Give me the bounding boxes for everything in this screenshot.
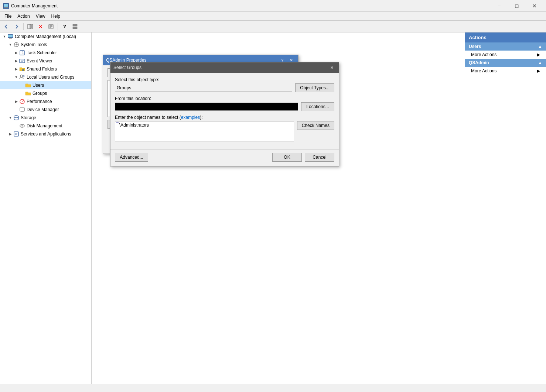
- tree-item-disk-management[interactable]: Disk Management: [0, 122, 91, 130]
- svg-rect-43: [14, 132, 18, 136]
- select-groups-title: Select Groups: [113, 65, 327, 70]
- svg-line-34: [24, 71, 24, 71]
- system-tools-icon: [13, 42, 19, 48]
- expand-performance[interactable]: [13, 99, 19, 104]
- object-type-label: Select this object type:: [115, 77, 334, 82]
- tree-item-storage[interactable]: Storage: [0, 114, 91, 122]
- tree-item-device-manager[interactable]: Device Manager: [0, 106, 91, 114]
- performance-icon: [19, 99, 25, 104]
- window-title: Computer Management: [11, 3, 491, 8]
- action-section-qsadmin-label: QSAdmin: [469, 60, 489, 65]
- center-panel: QSAdmin Properties ? ✕ General Member Of…: [92, 32, 465, 384]
- tree-item-users[interactable]: Users: [0, 81, 91, 89]
- toolbar-sep-2: [58, 23, 58, 30]
- expand-computer-management[interactable]: [1, 34, 7, 39]
- back-button[interactable]: [1, 22, 11, 31]
- tree-item-shared-folders[interactable]: Shared Folders: [0, 65, 91, 73]
- svg-rect-38: [20, 108, 24, 111]
- locations-button[interactable]: Locations...: [301, 102, 334, 111]
- tree-item-event-viewer[interactable]: Event Viewer: [0, 57, 91, 65]
- tree-item-services-and-applications[interactable]: Services and Applications: [0, 130, 91, 138]
- tree-item-local-users-and-groups[interactable]: Local Users and Groups: [0, 73, 91, 81]
- maximize-button[interactable]: □: [508, 1, 525, 11]
- menu-file[interactable]: File: [1, 13, 14, 20]
- menu-view[interactable]: View: [33, 13, 48, 20]
- from-location-label: From this location:: [115, 96, 334, 101]
- tree-item-system-tools[interactable]: System Tools: [0, 41, 91, 49]
- window-controls: − □ ✕: [491, 1, 543, 11]
- check-names-button[interactable]: Check Names: [297, 121, 334, 130]
- select-groups-content: Select this object type: Object Types...…: [110, 73, 339, 149]
- svg-rect-17: [9, 38, 12, 39]
- show-console-tree-button[interactable]: [25, 22, 35, 31]
- disk-management-icon: [19, 123, 25, 129]
- select-groups-title-bar: Select Groups ✕: [110, 62, 339, 73]
- delete-button[interactable]: ✕: [36, 22, 45, 31]
- tree-item-performance[interactable]: Performance: [0, 97, 91, 106]
- select-groups-ok-button[interactable]: OK: [272, 153, 302, 162]
- enter-names-label-text: Enter the object names to select: [115, 115, 178, 120]
- storage-icon: [13, 115, 19, 121]
- toolbar: ✕ ?: [0, 21, 546, 32]
- help-button[interactable]: ?: [60, 22, 69, 31]
- menu-help[interactable]: Help: [48, 13, 64, 20]
- svg-point-42: [21, 125, 23, 127]
- chevron-down-icon-3: [15, 75, 18, 79]
- right-panel-actions: Actions Users ▲ More Actions ▶ QSAdmin ▲…: [465, 32, 546, 384]
- tree-label-local-users-and-groups: Local Users and Groups: [27, 75, 74, 80]
- tree-item-groups[interactable]: Groups: [0, 89, 91, 97]
- chevron-down-icon-2: [9, 43, 12, 47]
- tree-item-task-scheduler[interactable]: Task Scheduler: [0, 49, 91, 57]
- expand-services-and-applications[interactable]: [7, 131, 13, 137]
- svg-rect-14: [73, 27, 75, 29]
- expand-shared-folders[interactable]: [13, 66, 19, 72]
- menu-action[interactable]: Action: [14, 13, 33, 20]
- expand-groups: [19, 90, 25, 96]
- app-icon: [3, 3, 9, 9]
- users-folder-icon: [25, 82, 31, 88]
- svg-point-36: [23, 75, 24, 77]
- actions-header: Actions: [465, 32, 546, 42]
- left-panel-tree: Computer Management (Local) System Tools…: [0, 32, 92, 384]
- examples-link[interactable]: examples: [181, 115, 200, 120]
- action-section-users-collapse-icon: ▲: [538, 44, 542, 49]
- status-bar: [0, 384, 546, 392]
- object-types-button[interactable]: Object Types...: [295, 83, 334, 92]
- object-names-row: Enter the object names to select (exampl…: [115, 115, 334, 141]
- properties-button[interactable]: [46, 22, 56, 31]
- close-button[interactable]: ✕: [526, 1, 543, 11]
- users-more-actions-item[interactable]: More Actions ▶: [465, 51, 546, 59]
- svg-point-35: [20, 75, 23, 77]
- qsadmin-more-actions-item[interactable]: More Actions ▶: [465, 67, 546, 75]
- tree-item-computer-management-local[interactable]: Computer Management (Local): [0, 32, 91, 41]
- qsadmin-more-actions-label: More Actions: [471, 68, 496, 73]
- chevron-right-icon-5: [9, 132, 12, 136]
- tree-label-event-viewer: Event Viewer: [27, 58, 52, 63]
- expand-system-tools[interactable]: [7, 42, 13, 48]
- minimize-button[interactable]: −: [491, 1, 508, 11]
- select-groups-cancel-button[interactable]: Cancel: [305, 153, 334, 162]
- select-groups-dialog: Select Groups ✕ Select this object type:…: [110, 62, 339, 166]
- forward-button[interactable]: [12, 22, 21, 31]
- expand-storage[interactable]: [7, 115, 13, 121]
- expand-task-scheduler[interactable]: [13, 50, 19, 56]
- tree-label-task-scheduler: Task Scheduler: [27, 50, 57, 55]
- svg-rect-18: [8, 35, 13, 37]
- object-names-area[interactable]: \Administrators: [115, 121, 294, 141]
- object-names-label: Enter the object names to select (exampl…: [115, 115, 334, 120]
- advanced-button[interactable]: Advanced...: [115, 153, 148, 162]
- object-names-input-row: \Administrators Check Names: [115, 121, 334, 141]
- shared-folders-icon: [19, 66, 25, 72]
- action-section-users[interactable]: Users ▲: [465, 42, 546, 51]
- expand-local-users-and-groups[interactable]: [13, 74, 19, 80]
- object-type-input[interactable]: [115, 84, 292, 92]
- view-button[interactable]: [70, 22, 80, 31]
- groups-folder-icon: [25, 90, 31, 96]
- expand-event-viewer[interactable]: [13, 58, 19, 64]
- action-section-qsadmin[interactable]: QSAdmin ▲: [465, 59, 546, 67]
- local-users-groups-icon: [19, 74, 25, 80]
- svg-rect-2: [4, 4, 8, 7]
- svg-rect-39: [21, 111, 24, 112]
- select-groups-close-button[interactable]: ✕: [328, 64, 336, 71]
- tree-label-computer-management-local: Computer Management (Local): [15, 34, 76, 39]
